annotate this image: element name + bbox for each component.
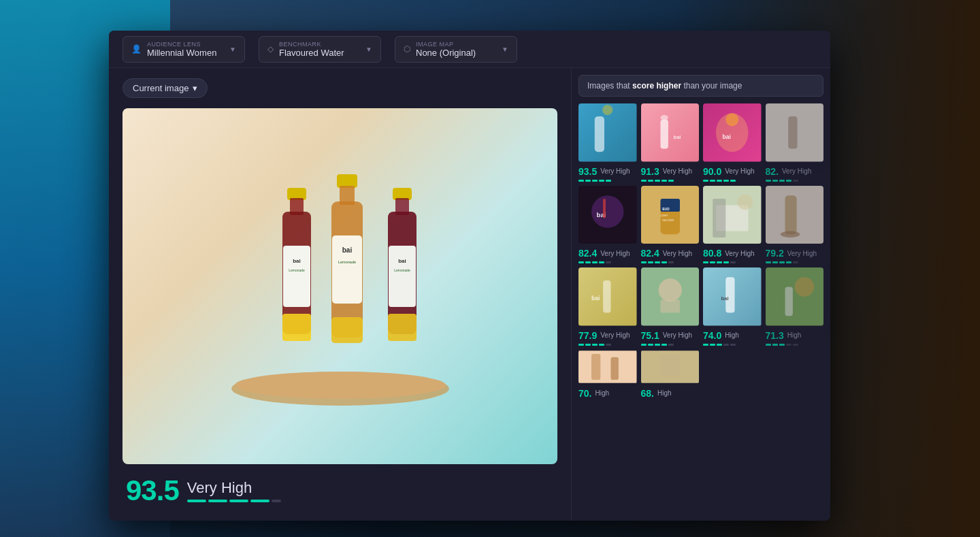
image-map-content: IMAGE MAP None (Original) (416, 41, 496, 58)
gsb-9-d2 (585, 344, 591, 346)
grid-img-14 (641, 350, 700, 384)
gsb-12-d3 (779, 344, 785, 346)
gsb-10 (641, 344, 700, 346)
main-image-container: bai Lemonade (122, 108, 557, 464)
gsb-6-d5 (668, 261, 674, 263)
svg-rect-69 (660, 354, 680, 376)
image-map-group[interactable]: ⬡ IMAGE MAP None (Original) ▼ (395, 36, 517, 63)
svg-point-63 (794, 277, 814, 297)
svg-rect-48 (713, 199, 725, 238)
grid-img-6: BUDLIGHTSELTZER (641, 186, 700, 244)
grid-score-5: 82.4 Very High (578, 246, 637, 260)
benchmark-group[interactable]: ◇ BENCHMARK Flavoured Water ▼ (259, 36, 381, 63)
audience-lens-group[interactable]: 👤 AUDIENCE LENS Millennial Women ▼ (122, 36, 245, 63)
score-num-2: 91.3 (641, 166, 659, 177)
svg-text:bai: bai (293, 258, 301, 264)
score-num-3: 90.0 (703, 166, 721, 177)
right-panel[interactable]: Images that score higher than your image… (572, 68, 830, 521)
gsb-2-d5 (668, 180, 674, 182)
header-prefix: Images that (587, 81, 632, 91)
gsb-8-d3 (779, 261, 785, 263)
score-info: Very High (187, 479, 281, 502)
gsb-2-d1 (641, 180, 647, 182)
gsb-8-d2 (772, 261, 778, 263)
grid-img-2: bai (641, 103, 700, 162)
gsb-7-d4 (723, 261, 729, 263)
svg-rect-12 (332, 235, 362, 304)
grid-item-14[interactable]: 68. High (641, 350, 700, 400)
audience-lens-value: Millennial Women (147, 48, 224, 58)
svg-rect-5 (283, 246, 310, 307)
svg-text:bai: bai (398, 258, 406, 264)
gsb-6-d2 (648, 261, 653, 263)
grid-item-13[interactable]: 70. High (578, 350, 637, 400)
svg-text:BUD: BUD (662, 208, 670, 211)
gsb-10-d3 (655, 344, 660, 346)
header-bold: score higher (632, 81, 681, 91)
svg-rect-19 (389, 246, 416, 307)
toolbar: 👤 AUDIENCE LENS Millennial Women ▼ ◇ BEN… (109, 31, 830, 68)
gsb-1-d3 (592, 180, 598, 182)
gsb-3 (703, 180, 762, 182)
svg-point-28 (660, 115, 668, 120)
grid-score-9: 77.9 Very High (578, 329, 637, 342)
svg-point-52 (780, 231, 800, 238)
score-bar: 93.5 Very High (122, 464, 557, 510)
grid-item-4[interactable]: 82. Very High (766, 103, 824, 182)
svg-rect-67 (611, 357, 619, 379)
svg-text:Lemonade: Lemonade (289, 268, 305, 272)
grid-item-12[interactable]: 71.3 High (766, 267, 824, 346)
score-lbl-2: Very High (663, 167, 692, 175)
score-num-7: 80.8 (703, 248, 721, 259)
svg-text:SELTZER: SELTZER (662, 219, 674, 222)
grid-score-3: 90.0 Very High (703, 165, 762, 178)
grid-item-5[interactable]: bai 82.4 Very High (578, 186, 637, 264)
gsb-10-d1 (641, 344, 647, 346)
score-num-4: 82. (766, 166, 779, 177)
gsb-12-d5 (793, 344, 798, 346)
gsb-9-d4 (599, 344, 604, 346)
grid-item-8[interactable]: 79.2 Very High (766, 186, 824, 264)
grid-score-14: 68. High (641, 387, 700, 400)
score-num-1: 93.5 (578, 166, 597, 177)
gsb-10-d5 (668, 344, 674, 346)
grid-item-2[interactable]: bai 91.3 Very High (641, 103, 700, 182)
grid-img-13 (578, 350, 637, 384)
benchmark-content: BENCHMARK Flavoured Water (279, 41, 360, 58)
image-map-arrow: ▼ (502, 46, 508, 53)
grid-item-1[interactable]: 93.5 Very High (578, 103, 637, 182)
gsb-1-d5 (606, 180, 611, 182)
audience-lens-arrow: ▼ (229, 46, 236, 53)
gsb-4-d2 (772, 180, 778, 182)
grid-img-12 (766, 267, 824, 326)
grid-item-6[interactable]: BUDLIGHTSELTZER 82.4 Very High (641, 186, 700, 264)
dot-2 (208, 500, 227, 502)
svg-rect-66 (591, 354, 600, 380)
svg-point-1 (235, 372, 446, 399)
svg-point-49 (737, 194, 753, 210)
grid-item-10[interactable]: 75.1 Very High (641, 267, 700, 346)
current-image-button[interactable]: Current image ▾ (122, 78, 208, 98)
svg-rect-24 (595, 116, 604, 152)
gsb-5 (578, 261, 637, 263)
monitor-ui: 👤 AUDIENCE LENS Millennial Women ▼ ◇ BEN… (109, 31, 830, 521)
grid-img-11: bai (703, 267, 762, 326)
svg-rect-27 (660, 120, 668, 149)
gsb-6 (641, 261, 700, 263)
score-lbl-5: Very High (600, 250, 630, 257)
gsb-7-d5 (730, 261, 736, 263)
grid-item-11[interactable]: bai 74.0 High (703, 267, 762, 346)
svg-text:bai: bai (723, 133, 731, 140)
score-num-13: 70. (578, 388, 591, 399)
grid-item-7[interactable]: 80.8 Very High (703, 186, 762, 264)
grid-item-3[interactable]: bai 90.0 Very High (703, 103, 762, 182)
score-num-10: 75.1 (641, 330, 659, 341)
grid-score-11: 74.0 High (703, 329, 762, 342)
grid-item-9[interactable]: bai 77.9 Very High (578, 267, 637, 346)
benchmark-header: Images that score higher than your image (578, 75, 823, 97)
score-lbl-1: Very High (600, 167, 630, 175)
score-num-12: 71.3 (766, 330, 784, 341)
svg-text:Lemonade: Lemonade (394, 268, 410, 272)
svg-rect-26 (641, 103, 700, 162)
gsb-7-d2 (710, 261, 715, 263)
